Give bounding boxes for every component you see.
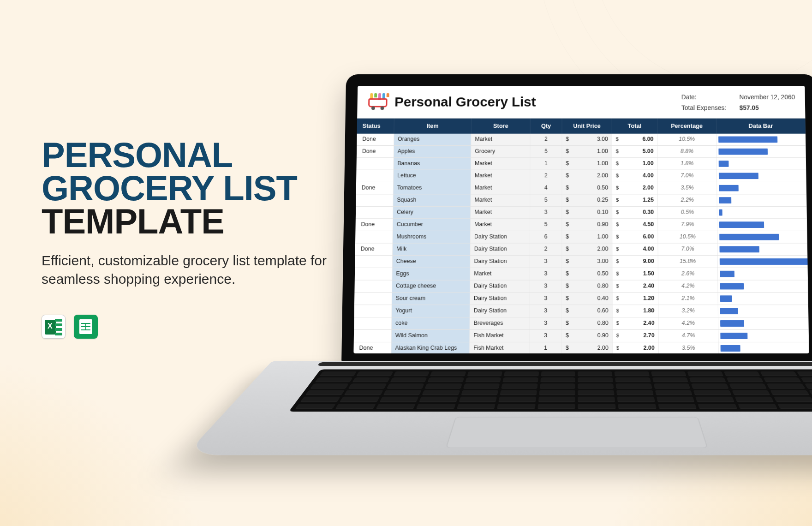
cell-percentage: 2.2%: [658, 194, 717, 206]
promo-stage: Personal Grocery List Template Efficient…: [0, 0, 812, 526]
cell-item: Cottage cheese: [392, 280, 470, 292]
table-row: SquashMarket5$0.25$1.252.2%: [356, 194, 806, 206]
laptop-mockup: Personal Grocery List Date: November 12,…: [323, 69, 812, 512]
spreadsheet-grid: Status Item Store Qty Unit Price Total P…: [353, 118, 809, 353]
col-total: Total: [612, 118, 657, 133]
cell-item: Bananas: [394, 158, 471, 169]
cell-total: $4.00: [612, 243, 658, 255]
sheet-header: Personal Grocery List Date: November 12,…: [357, 86, 805, 118]
cell-status: [354, 330, 392, 342]
cell-qty: 2: [530, 170, 562, 181]
cell-unit-price: $2.00: [562, 243, 612, 255]
cell-status: [355, 256, 393, 268]
cell-store: Dairy Station: [470, 280, 530, 292]
cell-qty: 6: [530, 231, 562, 243]
table-row: EggsMarket3$0.50$1.502.6%: [355, 268, 808, 280]
cell-data-bar: [717, 231, 807, 243]
cell-unit-price: $2.00: [562, 342, 613, 353]
cell-total: $2.40: [613, 317, 659, 329]
cell-store: Market: [471, 182, 531, 194]
cell-store: Dairy Station: [470, 305, 530, 317]
cell-data-bar: [718, 280, 808, 292]
column-headers: Status Item Store Qty Unit Price Total P…: [357, 118, 806, 133]
cell-item: Alaskan King Crab Legs: [391, 342, 470, 353]
cell-unit-price: $0.10: [562, 206, 612, 218]
table-row: Wild SalmonFish Market3$0.90$2.704.7%: [354, 330, 809, 342]
cell-data-bar: [717, 206, 807, 218]
col-unit-price: Unit Price: [562, 118, 612, 133]
cell-status: [354, 293, 392, 305]
cell-store: Market: [471, 158, 530, 169]
headline-line3: Template: [42, 205, 364, 238]
table-row: Sour creamDairy Station3$0.40$1.202.1%: [354, 293, 808, 305]
cell-item: Celery: [393, 206, 471, 218]
cell-percentage: 7.9%: [658, 219, 717, 231]
cell-total: $1.00: [612, 158, 658, 169]
cell-qty: 5: [530, 219, 562, 231]
cell-unit-price: $1.00: [562, 231, 612, 243]
total-expenses-value: $57.05: [740, 103, 759, 114]
cell-status: [356, 206, 394, 218]
cell-status: [355, 231, 393, 243]
table-row: YogurtDairy Station3$0.60$1.803.2%: [354, 305, 809, 317]
cell-unit-price: $0.80: [562, 317, 613, 329]
col-store: Store: [472, 118, 531, 133]
table-row: BananasMarket1$1.00$1.001.8%: [356, 158, 806, 170]
shopping-cart-icon: [365, 92, 390, 112]
table-row: cokeBreverages3$0.80$2.404.2%: [354, 317, 809, 330]
cell-data-bar: [719, 342, 809, 353]
cell-percentage: 3.5%: [659, 342, 719, 353]
cell-data-bar: [716, 146, 806, 157]
cell-store: Dairy Station: [471, 231, 530, 243]
excel-icon: [42, 315, 66, 339]
cell-qty: 4: [530, 182, 562, 194]
col-item: Item: [394, 118, 472, 133]
cell-percentage: 10.5%: [658, 231, 717, 243]
cell-qty: 1: [530, 342, 562, 353]
table-body: DoneOrangesMarket2$3.00$6.0010.5%DoneApp…: [353, 133, 809, 353]
cell-data-bar: [717, 182, 806, 194]
cell-total: $1.20: [613, 293, 659, 305]
cell-unit-price: $3.00: [562, 133, 612, 145]
cell-qty: 5: [530, 146, 562, 157]
spreadsheet-screen: Personal Grocery List Date: November 12,…: [353, 86, 809, 353]
cell-item: Cheese: [393, 256, 471, 268]
cell-total: $6.00: [612, 133, 658, 145]
date-value: November 12, 2060: [739, 92, 795, 103]
cell-item: Cucumber: [393, 219, 471, 231]
cell-percentage: 10.5%: [657, 133, 716, 145]
col-status: Status: [357, 118, 394, 133]
sheet-title: Personal Grocery List: [394, 95, 536, 108]
cell-status: Done: [357, 146, 394, 157]
cell-item: Yogurt: [392, 305, 470, 317]
cell-item: Wild Salmon: [392, 330, 470, 342]
table-row: DoneOrangesMarket2$3.00$6.0010.5%: [357, 133, 806, 145]
cell-percentage: 3.5%: [658, 182, 717, 194]
cell-data-bar: [717, 170, 806, 181]
table-row: DoneMilkDairy Station2$2.00$4.007.0%: [355, 243, 808, 256]
cell-percentage: 4.7%: [659, 330, 719, 342]
table-row: Cottage cheeseDairy Station3$0.80$2.404.…: [354, 280, 808, 293]
cell-percentage: 2.1%: [658, 293, 718, 305]
cell-total: $2.70: [613, 330, 659, 342]
cell-data-bar: [718, 330, 809, 342]
cell-qty: 1: [530, 158, 562, 169]
cell-item: Milk: [393, 243, 471, 255]
cell-total: $1.50: [612, 268, 658, 280]
laptop-trackpad: [446, 417, 707, 448]
cell-unit-price: $0.40: [562, 293, 613, 305]
cell-item: Mushrooms: [393, 231, 471, 243]
cell-store: Fish Market: [470, 330, 530, 342]
cell-total: $2.40: [613, 280, 659, 292]
cell-unit-price: $1.00: [562, 146, 612, 157]
cell-status: Done: [356, 182, 394, 194]
cell-status: Done: [355, 243, 393, 255]
cell-percentage: 8.8%: [657, 146, 716, 157]
cell-unit-price: $0.50: [562, 268, 612, 280]
promo-copy: Personal Grocery List Template Efficient…: [42, 138, 364, 339]
date-label: Date:: [681, 92, 731, 103]
cell-qty: 3: [530, 256, 562, 268]
cell-unit-price: $1.00: [562, 158, 612, 169]
headline-line1: Personal: [42, 138, 364, 172]
table-row: DoneCucumberMarket5$0.90$4.507.9%: [355, 219, 807, 231]
